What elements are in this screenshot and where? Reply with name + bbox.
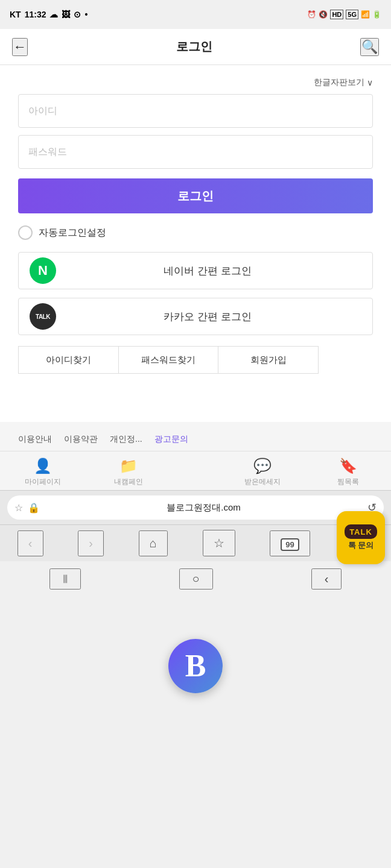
mute-icon: 🔇 [319,10,328,19]
kakao-icon: TALK [30,303,56,330]
wishlist-label: 찜목록 [337,477,359,487]
kakao-login-label: 카카오 간편 로그인 [67,310,372,324]
system-bar: ⦀ ○ ‹ [0,561,391,599]
spacer [0,386,391,422]
nav-item-messages[interactable]: 💬 받은메세지 [241,458,284,487]
bottom-links: 아이디찾기 패스워드찾기 회원가입 [0,344,391,374]
footer-ads[interactable]: 광고문의 [154,434,188,445]
status-left: KT 11:32 ☁ 🖼 ⊙ • [10,10,87,19]
back-button[interactable]: ← [12,38,28,56]
mypage-icon: 👤 [34,458,52,474]
naver-login-button[interactable]: N 네이버 간편 로그인 [18,252,373,289]
wishlist-icon: 🔖 [339,458,357,474]
lock-icon: 🔒 [28,502,40,514]
bottom-nav: 👤 마이페이지 📁 내캠페인 💬 받은메세지 🔖 찜목록 [0,451,391,490]
search-button[interactable]: 🔍 [360,38,379,56]
battery-icon: 🔋 [372,10,381,19]
main-content: 한글자판보기 ∨ 로그인 자동로그인설정 N 네이버 간편 로그인 [0,65,391,386]
password-input[interactable] [18,135,373,169]
signup-button[interactable]: 회원가입 [218,346,319,374]
keyboard-toggle-area: 한글자판보기 ∨ [0,65,391,94]
footer-policy[interactable]: 이용약관 [64,434,98,445]
auto-login-row: 자동로그인설정 [0,213,391,252]
kakao-login-button[interactable]: TALK 카카오 간편 로그인 [18,298,373,335]
talk-badge: TALK [345,524,377,539]
social-login-section: N 네이버 간편 로그인 TALK 카카오 간편 로그인 [0,252,391,335]
id-input[interactable] [18,94,373,128]
kakao-icon-wrap: TALK [19,303,67,330]
chevron-down-icon: ∨ [367,78,373,87]
hd-icon: HD [330,10,343,19]
browser-favorites-button[interactable]: ☆ [203,530,235,556]
url-text[interactable]: 블로그원정대.com [45,502,363,514]
star-icon: ☆ [14,502,23,514]
5g-icon: 5G [346,10,358,19]
browser-controls: ‹ › ⌂ ☆ 99 ≡ ● [0,524,391,561]
address-bar[interactable]: ☆ 🔒 블로그원정대.com ↺ [7,495,384,520]
messages-label: 받은메세지 [244,477,281,487]
recents-button[interactable]: ⦀ [49,568,81,590]
tab-count-badge: 99 [281,538,299,551]
alarm-icon: ⏰ [307,10,316,19]
footer-links: 이용안내 이용약관 개인정... 광고문의 [0,422,391,451]
bullet-icon: • [84,10,87,19]
time-text: 11:32 [25,10,46,19]
find-id-button[interactable]: 아이디찾기 [18,346,118,374]
page-title: 로그인 [176,39,212,55]
talk-sub-text: 톡 문의 [348,540,374,551]
brave-b-icon: B [185,650,206,682]
browser-forward-button[interactable]: › [78,530,104,556]
keyboard-toggle-button[interactable]: 한글자판보기 ∨ [314,77,373,88]
mypage-label: 마이페이지 [25,477,61,487]
brave-logo: B [168,639,223,693]
auto-login-label: 자동로그인설정 [39,227,106,239]
signal-icon: 📶 [361,10,370,19]
status-right: ⏰ 🔇 HD 5G 📶 🔋 [307,10,381,19]
naver-icon: N [30,257,56,284]
nav-item-campaign[interactable]: 📁 내캠페인 [107,458,150,487]
carrier-text: KT [10,10,21,19]
nav-item-mypage[interactable]: 👤 마이페이지 [22,458,64,487]
browser-home-button[interactable]: ⌂ [139,530,168,556]
browser-back-button[interactable]: ‹ [17,530,43,556]
talk-float-button[interactable]: TALK 톡 문의 [337,511,385,564]
weather-icon: ☁ [49,10,58,19]
home-button[interactable]: ○ [179,568,213,590]
find-password-button[interactable]: 패스워드찾기 [118,346,218,374]
talk-float-icon: TALK 톡 문의 [345,524,377,551]
nav-item-wishlist[interactable]: 🔖 찜목록 [327,458,369,487]
auto-login-radio[interactable] [18,225,33,240]
top-nav: ← 로그인 🔍 [0,29,391,65]
login-button[interactable]: 로그인 [18,178,373,213]
campaign-icon: 📁 [119,458,138,474]
messages-icon: 💬 [253,458,272,474]
campaign-label: 내캠페인 [114,477,143,487]
status-bar: KT 11:32 ☁ 🖼 ⊙ • ⏰ 🔇 HD 5G 📶 🔋 [0,0,391,29]
address-bar-wrap: ☆ 🔒 블로그원정대.com ↺ [0,490,391,524]
browser-tabs-button[interactable]: 99 [270,530,310,556]
naver-login-label: 네이버 간편 로그인 [67,264,372,278]
dot-icon: ⊙ [74,10,81,19]
footer-privacy[interactable]: 개인정... [110,434,142,445]
input-section: 로그인 [0,94,391,213]
keyboard-toggle-label: 한글자판보기 [314,77,364,88]
footer-terms[interactable]: 이용안내 [18,434,52,445]
naver-icon-wrap: N [19,257,67,284]
talk-badge-text: TALK [349,527,372,536]
gallery-icon: 🖼 [62,10,70,19]
back-system-button[interactable]: ‹ [311,568,342,590]
